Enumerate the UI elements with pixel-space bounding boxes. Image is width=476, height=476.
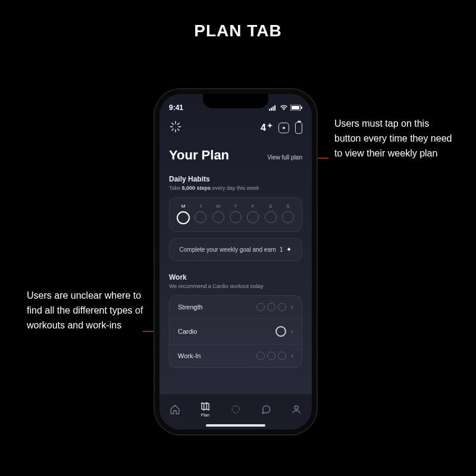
tab-chat[interactable] xyxy=(261,404,271,415)
daily-habits-title: Daily Habits xyxy=(169,175,302,183)
day-f-4[interactable]: F xyxy=(245,203,261,224)
day-circle xyxy=(282,211,294,223)
day-label: S xyxy=(269,203,272,209)
work-row-label: Cardio xyxy=(178,328,197,335)
tab-profile[interactable] xyxy=(291,404,302,415)
sparkle-icon: ✦ xyxy=(286,246,292,253)
progress-dots xyxy=(256,352,286,360)
home-indicator[interactable] xyxy=(206,424,265,427)
tab-plan-label: Plan xyxy=(201,413,209,417)
day-circle xyxy=(247,211,259,223)
day-circle xyxy=(230,211,242,223)
annotation-right: Users must tap on this button every time… xyxy=(334,117,453,161)
day-circle xyxy=(212,211,224,223)
work-title: Work xyxy=(169,273,302,281)
progress-dots xyxy=(256,303,286,311)
svg-rect-2 xyxy=(273,107,274,111)
your-plan-title: Your Plan xyxy=(169,148,229,163)
wifi-icon xyxy=(280,105,288,111)
day-t-3[interactable]: T xyxy=(228,203,243,224)
notch xyxy=(203,94,268,108)
svg-rect-6 xyxy=(301,107,302,109)
work-row-label: Strength xyxy=(178,303,203,311)
day-m-0[interactable]: M xyxy=(176,203,191,224)
day-label: M xyxy=(181,203,186,209)
day-label: T xyxy=(234,203,237,209)
svg-rect-3 xyxy=(274,105,275,111)
chevron-right-icon: › xyxy=(291,352,293,360)
day-label: F xyxy=(252,203,255,209)
page-title: PLAN TAB xyxy=(0,21,476,40)
tab-plan[interactable]: Plan xyxy=(200,401,211,417)
app-logo-icon[interactable] xyxy=(169,120,182,136)
work-card: Strength›Cardio›Work-In› xyxy=(169,295,302,368)
phone-frame: 9:41 4✦ Your Plan View xyxy=(155,89,317,434)
chevron-right-icon: › xyxy=(291,327,293,336)
day-label: T xyxy=(199,203,202,209)
day-circle xyxy=(195,211,206,223)
svg-rect-0 xyxy=(269,109,270,111)
day-label: S xyxy=(286,203,289,209)
calendar-icon[interactable] xyxy=(278,123,289,133)
svg-rect-1 xyxy=(271,108,272,111)
work-row-work-in[interactable]: Work-In› xyxy=(170,345,302,367)
habits-card[interactable]: MTWTFSS xyxy=(169,197,302,232)
streak-count[interactable]: 4✦ xyxy=(261,123,273,133)
tab-home[interactable] xyxy=(170,404,180,415)
day-t-1[interactable]: T xyxy=(193,203,208,224)
tab-bar: Plan xyxy=(159,394,312,430)
progress-dots xyxy=(275,326,286,337)
chevron-right-icon: › xyxy=(291,303,293,311)
day-circle xyxy=(177,211,190,224)
status-time: 9:41 xyxy=(169,104,183,112)
streak-plus-icon: ✦ xyxy=(267,122,273,130)
weekly-goal-text: Complete your weekly goal and earn xyxy=(180,246,276,253)
daily-habits-subtitle: Take 8,000 steps every day this week xyxy=(169,185,302,191)
signal-icon xyxy=(269,105,277,111)
work-row-cardio[interactable]: Cardio› xyxy=(170,319,302,345)
day-s-5[interactable]: S xyxy=(263,203,278,224)
day-s-6[interactable]: S xyxy=(280,203,296,224)
annotation-left: Users are unclear where to find all the … xyxy=(27,289,146,333)
device-battery-icon[interactable] xyxy=(295,122,302,134)
day-circle xyxy=(265,211,277,223)
svg-rect-5 xyxy=(292,106,299,109)
day-w-2[interactable]: W xyxy=(211,203,226,224)
day-label: W xyxy=(216,203,221,209)
svg-point-8 xyxy=(295,406,298,409)
view-full-plan-button[interactable]: View full plan xyxy=(267,154,302,161)
work-subtitle: We recommend a Cardio workout today xyxy=(169,283,302,289)
battery-icon xyxy=(290,105,302,111)
tab-activity[interactable] xyxy=(230,404,241,415)
weekly-goal-card[interactable]: Complete your weekly goal and earn 1 ✦ xyxy=(169,238,302,261)
work-row-label: Work-In xyxy=(178,352,201,359)
top-bar: 4✦ xyxy=(169,120,302,136)
weekly-goal-reward: 1 xyxy=(280,246,283,253)
svg-point-7 xyxy=(232,406,239,413)
work-row-strength[interactable]: Strength› xyxy=(170,296,302,319)
